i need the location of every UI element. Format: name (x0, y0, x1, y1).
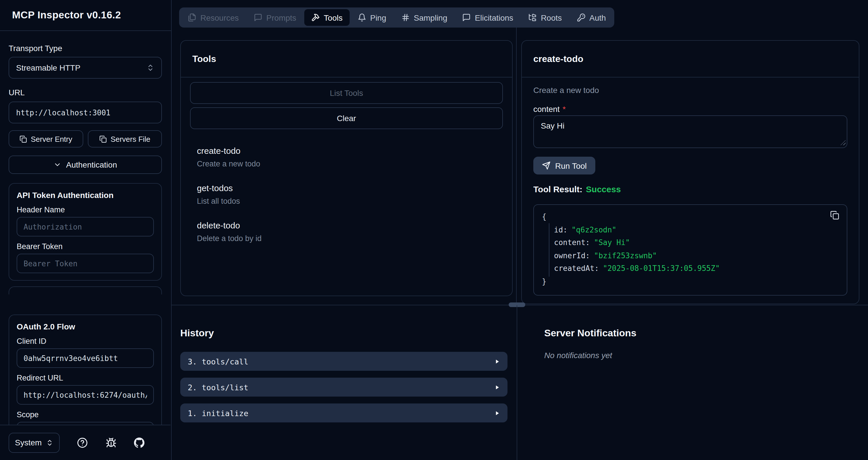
tool-item-delete-todo[interactable]: delete-todo Delete a todo by id (197, 220, 496, 243)
content-textarea[interactable]: Say Hi (533, 116, 847, 148)
authentication-toggle[interactable]: Authentication (9, 156, 162, 174)
bearer-token-label: Bearer Token (17, 242, 154, 251)
tool-description: List all todos (197, 196, 496, 206)
folder-tree-icon (528, 13, 537, 22)
tool-detail-body: Create a new todo content* Say Hi Run To… (522, 77, 859, 296)
tab-resources[interactable]: Resources (181, 9, 246, 26)
chevrons-up-down-icon (46, 439, 53, 447)
tab-sampling[interactable]: Sampling (394, 9, 454, 26)
json-row: content:"Say Hi" (542, 236, 839, 250)
tool-description: Delete a todo by id (197, 234, 496, 243)
url-input[interactable] (9, 102, 162, 123)
tool-detail-header: create-todo (522, 41, 859, 77)
json-open-brace: { (542, 210, 839, 224)
json-value: "bzif253zswnb" (594, 251, 657, 260)
json-key: content: (554, 238, 590, 247)
server-notifications-title: Server Notifications (544, 327, 857, 339)
github-button[interactable] (134, 437, 145, 448)
theme-value: System (15, 438, 42, 448)
server-entry-label: Server Entry (31, 135, 72, 143)
app-title: MCP Inspector v0.16.2 (12, 9, 121, 21)
collapsed-card-edge (9, 286, 162, 294)
expand-play-icon (494, 410, 500, 416)
key-icon (577, 13, 585, 22)
theme-select[interactable]: System (9, 433, 60, 453)
history-row-label: 3. tools/call (188, 357, 248, 366)
tool-list: create-todo Create a new todo get-todos … (190, 145, 503, 243)
tool-description: Create a new todo (197, 159, 496, 169)
tool-detail-title: create-todo (533, 54, 583, 64)
tool-result-label: Tool Result: (533, 184, 582, 194)
tab-prompts[interactable]: Prompts (247, 9, 303, 26)
hash-icon (401, 13, 410, 22)
redirect-url-input[interactable] (17, 385, 154, 405)
tab-label: Prompts (267, 13, 296, 22)
tool-result-status: Success (586, 184, 621, 194)
tab-roots[interactable]: Roots (521, 9, 569, 26)
tab-label: Elicitations (475, 13, 513, 22)
vertical-splitter-bottom[interactable] (517, 305, 517, 460)
run-tool-label: Run Tool (555, 161, 587, 170)
header-name-input[interactable] (17, 217, 154, 236)
scope-label: Scope (17, 410, 154, 419)
footer-icons (60, 437, 162, 448)
history-list: 3. tools/call 2. tools/list 1. initializ… (180, 352, 507, 422)
tab-ping[interactable]: Ping (350, 9, 393, 26)
tab-label: Resources (200, 13, 239, 22)
servers-file-label: Servers File (111, 135, 150, 143)
tool-detail-description: Create a new todo (533, 86, 847, 95)
content-field-label: content* (533, 105, 847, 113)
app-window: MCP Inspector v0.16.2 Transport Type Str… (0, 0, 868, 460)
tab-auth[interactable]: Auth (570, 9, 613, 26)
tab-tools[interactable]: Tools (304, 9, 349, 26)
json-key: ownerId: (554, 251, 590, 260)
client-id-label: Client ID (17, 337, 154, 346)
client-id-input[interactable] (17, 349, 154, 368)
tab-label: Ping (370, 13, 386, 22)
content-label-text: content (533, 104, 560, 113)
sidebar-content: Transport Type Streamable HTTP URL Serve… (0, 32, 170, 425)
tab-label: Sampling (414, 13, 447, 22)
tab-bar: Resources Prompts Tools Ping Sampling El… (179, 7, 615, 28)
server-entry-button[interactable]: Server Entry (9, 130, 83, 147)
help-button[interactable] (77, 437, 88, 448)
json-row: id:"q6z2sodn" (542, 224, 839, 236)
run-tool-button[interactable]: Run Tool (533, 157, 595, 174)
chevron-down-icon (53, 161, 61, 169)
copy-icon (830, 210, 839, 220)
copy-icon (99, 135, 106, 143)
clear-button[interactable]: Clear (190, 107, 503, 129)
json-value: "Say Hi" (594, 238, 630, 247)
required-asterisk: * (563, 104, 566, 113)
scope-input[interactable] (17, 422, 154, 425)
debug-button[interactable] (105, 437, 116, 448)
tools-panel-body: List Tools Clear create-todo Create a ne… (181, 77, 512, 243)
tool-name: delete-todo (197, 220, 496, 231)
list-tools-button[interactable]: List Tools (190, 82, 503, 104)
tab-elicitations[interactable]: Elicitations (455, 9, 520, 26)
files-icon (188, 13, 196, 22)
vertical-splitter-top[interactable] (516, 28, 517, 305)
help-circle-icon (77, 437, 88, 448)
tool-item-get-todos[interactable]: get-todos List all todos (197, 183, 496, 206)
tab-label: Auth (589, 13, 606, 22)
transport-type-select[interactable]: Streamable HTTP (9, 57, 162, 78)
servers-file-button[interactable]: Servers File (88, 130, 162, 147)
tool-item-create-todo[interactable]: create-todo Create a new todo (197, 145, 496, 169)
tool-detail-panel: create-todo Create a new todo content* S… (521, 40, 859, 304)
authentication-label: Authentication (66, 160, 117, 169)
json-value: "2025-08-01T15:37:05.955Z" (603, 264, 720, 273)
json-value: "q6z2sodn" (571, 225, 617, 234)
history-row-initialize[interactable]: 1. initialize (180, 403, 507, 422)
bearer-token-input[interactable] (17, 254, 154, 273)
json-row: ownerId:"bzif253zswnb" (542, 250, 839, 262)
copy-result-button[interactable] (830, 210, 839, 220)
bug-icon (105, 437, 116, 448)
api-token-title: API Token Authentication (17, 191, 154, 200)
tools-panel: Tools List Tools Clear create-todo Creat… (180, 40, 513, 296)
redirect-url-label: Redirect URL (17, 374, 154, 382)
history-row-tools-list[interactable]: 2. tools/list (180, 377, 507, 397)
expand-play-icon (494, 384, 500, 390)
history-row-tools-call[interactable]: 3. tools/call (180, 352, 507, 371)
json-row: createdAt:"2025-08-01T15:37:05.955Z" (542, 262, 839, 275)
